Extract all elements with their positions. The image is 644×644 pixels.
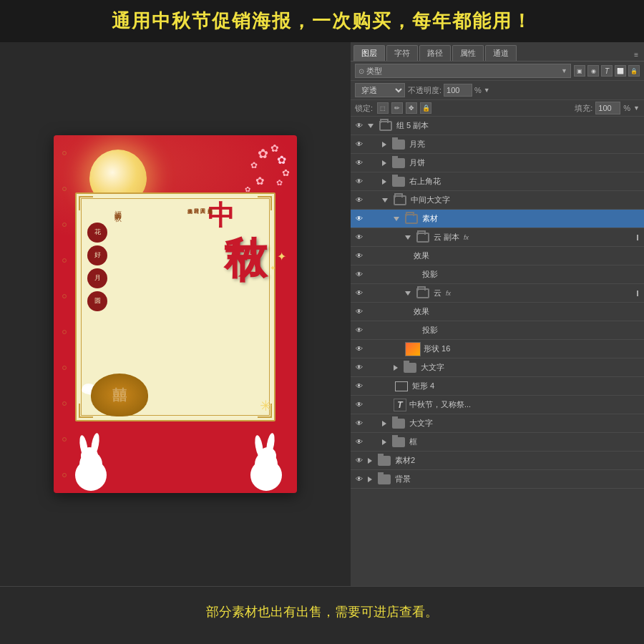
eye-toggle[interactable]: 👁 <box>353 436 365 448</box>
group-toggle[interactable] <box>382 142 386 147</box>
eye-toggle[interactable]: 👁 <box>353 306 365 318</box>
tab-channels[interactable]: 通道 <box>485 45 517 61</box>
eye-toggle[interactable]: 👁 <box>353 157 365 169</box>
group-toggle[interactable] <box>368 477 372 482</box>
group-toggle[interactable] <box>382 439 386 445</box>
layer-item[interactable]: 👁 效果 <box>351 303 644 321</box>
eye-toggle[interactable]: 👁 <box>353 362 365 374</box>
layer-icon-type[interactable]: T <box>601 65 613 77</box>
tab-layers[interactable]: 图层 <box>353 45 385 61</box>
layer-item[interactable]: 👁 大文字 <box>351 414 644 433</box>
eye-toggle[interactable]: 👁 <box>353 195 365 206</box>
layers-list[interactable]: 👁 组 5 副本 👁 月亮 👁 <box>351 117 644 586</box>
badge-hao: 好 <box>87 245 107 265</box>
group-toggle[interactable] <box>394 217 399 221</box>
group-toggle[interactable] <box>368 458 372 464</box>
layer-item[interactable]: 👁 形状 16 <box>351 340 644 358</box>
group-toggle[interactable] <box>382 160 386 166</box>
layer-thumb <box>391 137 406 152</box>
layer-name: 投影 <box>422 269 438 280</box>
search-box[interactable]: ⊙ 类型 ▼ <box>355 64 571 78</box>
fill-dropdown[interactable]: ▼ <box>633 104 640 112</box>
group-toggle[interactable] <box>368 124 374 128</box>
eye-toggle[interactable]: 👁 <box>353 418 365 429</box>
eye-toggle[interactable]: 👁 <box>353 232 365 243</box>
layer-item[interactable]: 👁 T 中秋节，又称祭... <box>351 396 644 414</box>
layer-thumb <box>415 230 431 245</box>
top-banner-text: 通用中秋节促销海报，一次购买，每年都能用！ <box>112 10 532 31</box>
layer-icon-lock[interactable]: 🔒 <box>628 65 640 77</box>
eye-toggle[interactable]: 👁 <box>353 325 365 336</box>
eye-toggle[interactable]: 👁 <box>353 269 365 280</box>
eye-toggle[interactable]: 👁 <box>353 176 365 187</box>
layer-item[interactable]: 👁 素材2 <box>351 452 644 470</box>
ps-tabs: 图层 字符 路径 属性 通道 ≡ <box>351 42 644 62</box>
layer-name: 素材2 <box>395 455 415 466</box>
layer-item[interactable]: 👁 月饼 <box>351 154 644 172</box>
eye-toggle[interactable]: 👁 <box>353 139 365 150</box>
layer-item[interactable]: 👁 月亮 <box>351 135 644 154</box>
rabbit-left <box>68 429 114 493</box>
layer-item[interactable]: 👁 云 副本 fx <box>351 228 644 247</box>
opacity-group: 不透明度: % ▼ <box>408 84 490 97</box>
layer-name: 大文字 <box>409 418 433 429</box>
blend-mode-select[interactable]: 穿透 <box>355 83 405 97</box>
eye-toggle[interactable]: 👁 <box>353 474 365 485</box>
eye-toggle[interactable]: 👁 <box>353 343 365 355</box>
eye-toggle[interactable]: 👁 <box>353 213 365 225</box>
layer-item[interactable]: 👁 组 5 副本 <box>351 117 644 135</box>
lock-all[interactable]: 🔒 <box>420 102 431 114</box>
lock-paint[interactable]: ✏ <box>391 102 403 114</box>
rect-icon <box>395 381 408 391</box>
eye-toggle[interactable]: 👁 <box>353 120 365 132</box>
layer-item[interactable]: 👁 框 <box>351 433 644 452</box>
layer-item[interactable]: 👁 效果 <box>351 247 644 265</box>
layer-name: 大文字 <box>421 362 444 373</box>
eye-toggle[interactable]: 👁 <box>353 455 365 467</box>
layer-name: 素材 <box>422 213 438 224</box>
tab-path[interactable]: 路径 <box>419 45 451 61</box>
pattern-dot <box>62 258 67 263</box>
folder-open-icon <box>379 121 392 131</box>
layer-item[interactable]: 👁 云 fx <box>351 284 644 303</box>
group-toggle[interactable] <box>382 179 386 185</box>
pattern-dot <box>62 187 67 191</box>
panel-menu-btn[interactable]: ≡ <box>631 49 641 61</box>
eye-toggle[interactable]: 👁 <box>353 288 365 299</box>
layer-item[interactable]: 👁 矩形 4 <box>351 377 644 396</box>
layer-icon-adjust[interactable]: ◉ <box>587 65 599 77</box>
lock-move[interactable]: ✥ <box>406 102 417 114</box>
opacity-input[interactable] <box>444 84 472 97</box>
group-toggle[interactable] <box>382 198 388 203</box>
eye-toggle[interactable]: 👁 <box>353 250 365 262</box>
layer-item[interactable]: 👁 投影 <box>351 321 644 340</box>
layer-thumb <box>378 119 394 133</box>
layer-thumb <box>391 435 406 449</box>
group-toggle[interactable] <box>405 235 411 240</box>
group-toggle[interactable] <box>382 421 386 426</box>
layer-item[interactable]: 👁 投影 <box>351 265 644 284</box>
rabbit-right <box>243 429 290 493</box>
lock-transparent[interactable]: ⬚ <box>377 102 389 114</box>
group-toggle[interactable] <box>394 365 398 371</box>
tab-properties[interactable]: 属性 <box>452 45 484 61</box>
layer-item[interactable]: 👁 素材 <box>351 210 644 228</box>
layer-icon-image[interactable]: ▣ <box>574 65 585 77</box>
layer-item[interactable]: 👁 背景 <box>351 470 644 489</box>
group-toggle[interactable] <box>405 291 411 296</box>
layer-item[interactable]: 👁 中间大文字 <box>351 191 644 210</box>
eye-toggle[interactable]: 👁 <box>353 381 365 392</box>
pattern-dot <box>62 473 67 477</box>
fill-input[interactable] <box>595 102 620 114</box>
layer-item[interactable]: 👁 右上角花 <box>351 172 644 191</box>
tab-character[interactable]: 字符 <box>386 45 418 61</box>
layer-name: 背景 <box>395 474 411 484</box>
layer-item[interactable]: 👁 大文字 <box>351 358 644 377</box>
opacity-percent: % <box>474 86 482 94</box>
search-dropdown[interactable]: ▼ <box>561 67 567 74</box>
layer-thumb <box>392 193 408 208</box>
layer-name: 中间大文字 <box>411 195 450 205</box>
eye-toggle[interactable]: 👁 <box>353 399 365 411</box>
opacity-dropdown[interactable]: ▼ <box>484 87 490 94</box>
layer-icon-shape[interactable]: ⬜ <box>615 65 626 77</box>
